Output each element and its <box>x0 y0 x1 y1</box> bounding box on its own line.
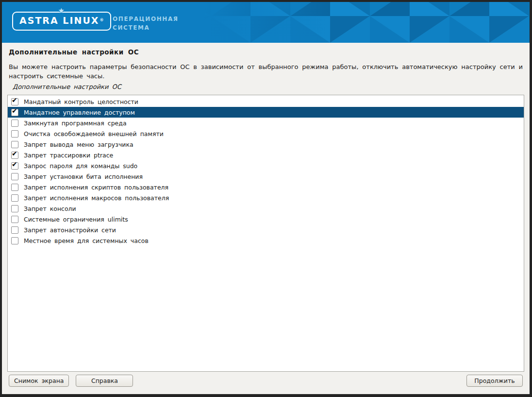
checkbox[interactable] <box>11 226 18 234</box>
checkbox[interactable]: ✔ <box>11 162 18 170</box>
checkbox[interactable] <box>11 205 18 212</box>
checkmark-icon: ✔ <box>12 107 17 114</box>
checkbox[interactable] <box>11 120 18 127</box>
option-row[interactable]: Местное время для системных часов <box>8 235 524 246</box>
header-banner: ★ ASTRA LINUX® ОПЕРАЦИОННАЯ СИСТЕМА <box>2 2 530 43</box>
options-list[interactable]: ✔ Мандатный контроль целостности ✔ Манда… <box>7 95 524 372</box>
option-row[interactable]: Замкнутая программная среда <box>8 118 524 128</box>
page-description: Вы можете настроить параметры безопаснос… <box>9 62 523 81</box>
star-icon: ★ <box>58 7 66 15</box>
checkmark-icon: ✔ <box>12 161 17 168</box>
continue-button[interactable]: Продолжить <box>466 375 523 387</box>
option-label: Очистка освобождаемой внешней памяти <box>24 130 164 138</box>
option-row[interactable]: Запрет вывода меню загрузчика <box>8 139 524 150</box>
option-row[interactable]: ✔ Мандатный контроль целостности <box>8 96 524 107</box>
logo-text: ASTRA LINUX <box>19 15 99 26</box>
option-label: Запрос пароля для команды sudo <box>24 162 137 170</box>
screenshot-button[interactable]: Снимок экрана <box>9 375 69 387</box>
checkbox[interactable] <box>11 141 18 148</box>
page-title: Дополнительные настройки ОС <box>9 48 523 56</box>
help-button[interactable]: Справка <box>76 375 133 387</box>
option-label: Замкнутая программная среда <box>24 120 127 127</box>
brand-line2: СИСТЕМА <box>113 23 179 32</box>
option-label: Запрет установки бита исполнения <box>24 173 143 180</box>
option-row[interactable]: Запрет автонастройки сети <box>8 224 524 235</box>
option-label: Мандатный контроль целостности <box>24 98 138 105</box>
checkbox[interactable] <box>11 184 18 191</box>
option-row[interactable]: Запрет установки бита исполнения <box>8 171 524 182</box>
option-label: Мандатное управление доступом <box>24 109 135 116</box>
option-label: Запрет исполнения скриптов пользователя <box>24 184 168 191</box>
checkmark-icon: ✔ <box>12 97 17 104</box>
option-label: Запрет автонастройки сети <box>24 226 116 234</box>
option-row[interactable]: Системные ограничения ulimits <box>8 214 524 224</box>
checkbox[interactable]: ✔ <box>11 109 18 116</box>
brand-line1: ОПЕРАЦИОННАЯ <box>113 15 179 23</box>
checkbox[interactable] <box>11 194 18 202</box>
option-label: Запрет трассировки ptrace <box>24 152 113 159</box>
checkbox[interactable] <box>11 237 18 244</box>
registered-mark: ® <box>100 18 104 22</box>
checkmark-icon: ✔ <box>12 150 17 157</box>
installer-window: ★ ASTRA LINUX® ОПЕРАЦИОННАЯ СИСТЕМА Допо… <box>0 0 532 397</box>
brand-text: ОПЕРАЦИОННАЯ СИСТЕМА <box>113 15 179 32</box>
option-label: Запрет консоли <box>24 205 76 212</box>
content-area: Дополнительные настройки ОС Вы можете на… <box>2 43 530 394</box>
checkbox[interactable]: ✔ <box>11 152 18 159</box>
option-row[interactable]: ✔ Запрос пароля для команды sudo <box>8 160 524 171</box>
option-label: Системные ограничения ulimits <box>24 216 128 223</box>
astra-linux-logo: ★ ASTRA LINUX® <box>12 12 111 31</box>
option-label: Запрет вывода меню загрузчика <box>24 141 133 148</box>
option-row[interactable]: ✔ Запрет трассировки ptrace <box>8 150 524 160</box>
section-label: Дополнительные настройки ОС <box>13 83 523 90</box>
checkbox[interactable] <box>11 173 18 180</box>
option-row[interactable]: Запрет консоли <box>8 203 524 214</box>
checkbox[interactable]: ✔ <box>11 98 18 105</box>
checkbox[interactable] <box>11 130 18 138</box>
option-label: Местное время для системных часов <box>24 237 149 244</box>
option-row[interactable]: Очистка освобождаемой внешней памяти <box>8 128 524 139</box>
checkbox[interactable] <box>11 216 18 223</box>
footer-bar: Снимок экрана Справка Продолжить <box>7 372 525 394</box>
option-label: Запрет исполнения макросов пользователя <box>24 194 169 202</box>
option-row[interactable]: Запрет исполнения скриптов пользователя <box>8 182 524 192</box>
option-row[interactable]: ✔ Мандатное управление доступом <box>8 107 524 118</box>
option-row[interactable]: Запрет исполнения макросов пользователя <box>8 192 524 203</box>
